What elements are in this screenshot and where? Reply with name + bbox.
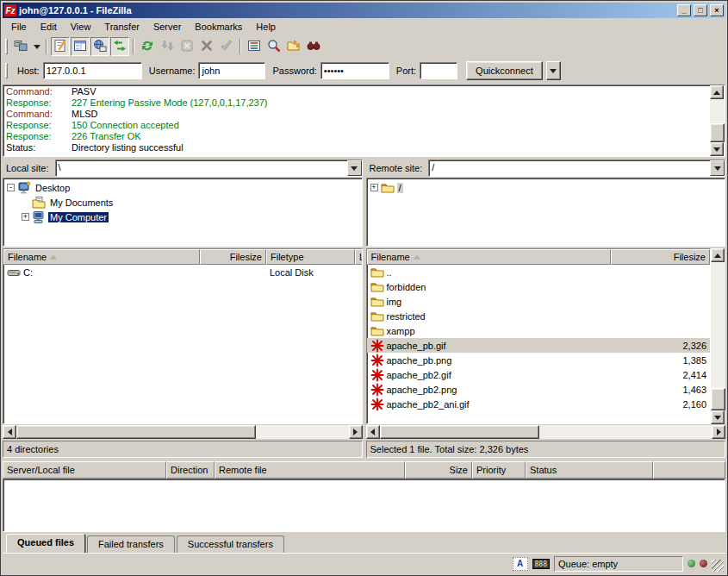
- toggle-local-tree-button[interactable]: [71, 37, 90, 56]
- toggle-queue-button[interactable]: [110, 37, 129, 56]
- quickconnect-button[interactable]: Quickconnect: [466, 61, 543, 80]
- tree-item[interactable]: -Desktop: [3, 180, 362, 195]
- local-site-combo[interactable]: \: [55, 160, 363, 177]
- site-manager-button[interactable]: [11, 37, 30, 56]
- scroll-down-button[interactable]: [711, 410, 725, 424]
- scroll-left-button[interactable]: [3, 425, 16, 439]
- username-input[interactable]: [198, 62, 265, 79]
- file-row[interactable]: C:Local Disk: [3, 265, 362, 279]
- file-row[interactable]: xampp: [367, 323, 711, 338]
- remote-site-combo[interactable]: /: [428, 160, 725, 177]
- speed-limit-icon[interactable]: 888: [532, 559, 550, 569]
- queue-column-server-local-file[interactable]: Server/Local file: [3, 461, 166, 479]
- local-horizontal-scrollbar[interactable]: [3, 425, 363, 439]
- scroll-down-button[interactable]: [710, 142, 724, 156]
- tree-item[interactable]: +My Computer: [3, 210, 362, 224]
- maximize-button[interactable]: □: [694, 4, 707, 16]
- queue-column-status[interactable]: Status: [526, 461, 653, 479]
- file-row[interactable]: restricted: [367, 309, 711, 323]
- queue-column-remote-file[interactable]: Remote file: [215, 461, 405, 479]
- refresh-button[interactable]: [138, 37, 157, 56]
- menu-transfer[interactable]: Transfer: [97, 20, 146, 34]
- scroll-right-button[interactable]: [349, 425, 363, 439]
- file-row[interactable]: img: [367, 294, 711, 309]
- column-header-filetype[interactable]: Filetype: [266, 249, 355, 265]
- password-input[interactable]: [320, 62, 389, 79]
- queue-column-direction[interactable]: Direction: [166, 461, 215, 479]
- close-button[interactable]: ×: [710, 4, 724, 16]
- synchronized-browsing-button[interactable]: [304, 37, 323, 56]
- port-input[interactable]: [420, 62, 457, 79]
- remote-horizontal-scrollbar[interactable]: [366, 425, 726, 439]
- transfer-type-icon[interactable]: A: [513, 557, 528, 571]
- filter-button[interactable]: [245, 37, 264, 56]
- column-header-filename[interactable]: Filename: [367, 249, 611, 265]
- tree-item-label: /: [397, 183, 403, 193]
- minimize-button[interactable]: _: [677, 4, 691, 16]
- file-cell-text: apache_pb.gif: [387, 341, 446, 351]
- scroll-left-button[interactable]: [366, 425, 380, 439]
- quickconnect-dropdown-button[interactable]: [546, 61, 561, 80]
- site-manager-dropdown-button[interactable]: [31, 37, 42, 56]
- local-list-body[interactable]: C:Local Disk: [3, 265, 362, 423]
- column-header-filesize[interactable]: Filesize: [200, 249, 266, 265]
- toggle-message-log-button[interactable]: [51, 37, 70, 56]
- folder-icon: [370, 310, 384, 323]
- scroll-right-button[interactable]: [712, 425, 725, 439]
- scrollbar-thumb[interactable]: [711, 388, 725, 410]
- tab-successful-transfers[interactable]: Successful transfers: [177, 535, 284, 553]
- column-header-filesize[interactable]: Filesize: [611, 249, 711, 265]
- tab-queued-files[interactable]: Queued files: [6, 534, 85, 553]
- host-input[interactable]: [43, 62, 142, 79]
- menu-server[interactable]: Server: [146, 20, 188, 34]
- toolbar-grip[interactable]: [5, 39, 8, 54]
- file-row[interactable]: apache_pb2_ani.gif2,160: [367, 397, 711, 411]
- column-header-filename[interactable]: Filename: [3, 249, 200, 265]
- file-row[interactable]: apache_pb.png1,385: [367, 353, 711, 367]
- file-row[interactable]: ..: [367, 265, 711, 279]
- sort-ascending-icon: [414, 254, 420, 260]
- queue-column-size[interactable]: Size: [405, 461, 472, 479]
- menu-view[interactable]: View: [64, 20, 98, 34]
- collapse-icon[interactable]: -: [7, 184, 15, 191]
- message-log-scrollbar[interactable]: [710, 85, 725, 156]
- find-files-button[interactable]: [264, 37, 283, 56]
- column-header-last-modified[interactable]: Last modified: [355, 249, 363, 265]
- tree-item[interactable]: +/: [367, 180, 725, 195]
- file-row[interactable]: forbidden: [367, 279, 711, 294]
- file-row[interactable]: apache_pb2.png1,463: [367, 382, 711, 397]
- menu-edit[interactable]: Edit: [34, 20, 64, 34]
- menu-bookmarks[interactable]: Bookmarks: [188, 20, 249, 34]
- scroll-up-button[interactable]: [711, 248, 725, 262]
- scrollbar-track[interactable]: [16, 425, 349, 439]
- quickbar-grip[interactable]: [5, 63, 8, 78]
- column-header-label: Filename: [8, 252, 47, 262]
- scrollbar-thumb[interactable]: [16, 425, 256, 439]
- local-site-dropdown-button[interactable]: [347, 160, 362, 176]
- directory-compare-button[interactable]: [284, 37, 303, 56]
- resize-grip[interactable]: [712, 560, 724, 572]
- queue-body[interactable]: [3, 479, 725, 532]
- tree-item[interactable]: My Documents: [3, 195, 362, 210]
- file-cell-text: restricted: [387, 311, 426, 322]
- scrollbar-thumb[interactable]: [710, 123, 725, 142]
- menu-file[interactable]: File: [4, 20, 34, 34]
- tab-failed-transfers[interactable]: Failed transfers: [87, 535, 175, 553]
- chevron-down-icon: [714, 166, 721, 171]
- toggle-remote-tree-button[interactable]: [90, 37, 109, 56]
- remote-vertical-scrollbar[interactable]: [711, 248, 725, 424]
- file-row[interactable]: apache_pb2.gif2,414: [367, 367, 711, 382]
- remote-list-body[interactable]: ..forbiddenimgrestrictedxamppapache_pb.g…: [367, 265, 711, 423]
- scrollbar-track[interactable]: [380, 425, 712, 439]
- expand-icon[interactable]: +: [370, 184, 378, 191]
- scrollbar-track[interactable]: [711, 262, 725, 410]
- remote-site-dropdown-button[interactable]: [710, 160, 725, 176]
- file-row[interactable]: apache_pb.gif2,326: [367, 338, 711, 353]
- scroll-up-button[interactable]: [710, 85, 724, 99]
- queue-column-priority[interactable]: Priority: [472, 461, 526, 479]
- scrollbar-thumb[interactable]: [380, 425, 539, 439]
- menu-help[interactable]: Help: [249, 20, 283, 34]
- scrollbar-track[interactable]: [710, 99, 725, 142]
- sort-ascending-icon: [50, 254, 57, 260]
- expand-icon[interactable]: +: [22, 213, 29, 221]
